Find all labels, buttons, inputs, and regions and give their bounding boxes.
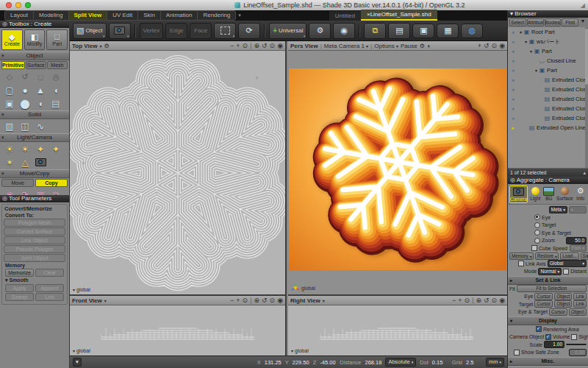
duplicate-button[interactable]: ⧉: [364, 23, 386, 39]
top-view-menu-icon[interactable]: ▾: [99, 43, 101, 49]
smooth-sweep-button[interactable]: Sweep: [5, 293, 34, 301]
radio-zoom[interactable]: [534, 238, 540, 244]
memorize-button[interactable]: Memorize: [5, 269, 34, 277]
workspace-tab-modeling[interactable]: Modeling: [34, 11, 68, 20]
save-button[interactable]: Save...: [581, 252, 588, 260]
aggregate-tab-info[interactable]: ⚙Info: [575, 185, 587, 202]
volume-checkbox[interactable]: [545, 334, 551, 340]
solid-union-icon[interactable]: ▨: [2, 120, 17, 132]
face-mode-button[interactable]: Face: [190, 23, 212, 39]
zoom-in-button[interactable]: +: [458, 297, 462, 304]
distant-checkbox[interactable]: [563, 269, 569, 275]
edge-mode-button[interactable]: Edge: [165, 23, 187, 39]
show-safe-zone-checkbox[interactable]: [514, 350, 520, 355]
zoom-out-button[interactable]: −: [230, 42, 234, 49]
scale-field[interactable]: 1.00: [544, 341, 564, 348]
move-copy-section-header[interactable]: ▾Move/Copy: [0, 169, 69, 178]
coord-mode-dropdown[interactable]: Absolute▾: [385, 358, 416, 367]
orbit-button[interactable]: ↺: [262, 42, 268, 49]
browser-filter-icon[interactable]: ▼: [579, 18, 587, 26]
clear-button[interactable]: Clear: [35, 269, 64, 277]
pan-button[interactable]: ⊕: [254, 42, 260, 49]
comment-button[interactable]: ◖: [427, 43, 431, 49]
solid-intersect-icon[interactable]: ∿: [33, 120, 48, 132]
zoom-tool-button[interactable]: ⊙: [270, 297, 276, 304]
pan-button[interactable]: +: [478, 42, 481, 49]
restore-button[interactable]: Restore ◂: [535, 252, 559, 260]
tree-item[interactable]: ●▾▣wsパート: [508, 37, 588, 46]
cylinder-icon[interactable]: ⬤: [18, 97, 32, 110]
front-view-menu-icon[interactable]: ▾: [104, 298, 107, 303]
ellipse-icon[interactable]: ◖: [33, 97, 48, 110]
top-view-canvas[interactable]: + + ▾global: [70, 51, 285, 294]
workspace-tab-uv-edit[interactable]: UV Edit: [107, 11, 138, 20]
browser-tab-find[interactable]: Find: [562, 18, 578, 26]
cone-icon[interactable]: ▲: [33, 84, 48, 96]
target-object-button[interactable]: Object: [554, 300, 572, 308]
browser-tab-select[interactable]: Select: [509, 18, 526, 26]
tree-item[interactable]: ▸▤Extruded Open Line: [508, 123, 588, 132]
convert-polygon-mesh-button[interactable]: Polygon Mesh: [4, 219, 65, 227]
collapse-icon[interactable]: ▴: [583, 169, 586, 177]
top-view-axis-label[interactable]: ▾global: [73, 287, 90, 292]
eye-target-cursor-button[interactable]: Cursor: [549, 308, 567, 316]
world-button[interactable]: ◍: [461, 24, 483, 38]
browser-tab-boolean[interactable]: Boolean: [545, 18, 562, 26]
refresh-button[interactable]: ⚙: [420, 43, 425, 49]
hemisphere-icon[interactable]: ◖: [49, 84, 63, 96]
render-flag-icon[interactable]: ●: [508, 87, 518, 92]
cube-speed-dropdown[interactable]: Fast▾: [570, 244, 587, 252]
tool-options-button[interactable]: ⚙: [309, 23, 331, 39]
top-view-label[interactable]: Top View: [72, 43, 97, 49]
zoom-tool-button[interactable]: ⊙: [492, 297, 498, 304]
modify-mode-button[interactable]: ◧Modify: [24, 29, 46, 50]
target-link-button[interactable]: Link: [573, 300, 587, 308]
tree-item[interactable]: ●▤Extruded Closed: [508, 75, 588, 85]
ambient-light-icon[interactable]: △: [18, 156, 32, 169]
eye-link-button[interactable]: Link: [573, 293, 587, 300]
safe-zone-field[interactable]: 0.90: [569, 349, 587, 356]
rendering-area-checkbox[interactable]: [536, 326, 542, 332]
close-window-button[interactable]: [6, 2, 12, 8]
radio-target[interactable]: [534, 222, 540, 228]
workspace-tab-skin[interactable]: Skin: [138, 11, 161, 20]
right-view-menu-icon[interactable]: ▾: [323, 298, 325, 303]
zoom-in-button[interactable]: +: [236, 42, 240, 49]
rounded-box-icon[interactable]: ▢: [2, 84, 17, 96]
tab-primitive[interactable]: Primitive: [1, 61, 25, 69]
view-options-button[interactable]: ◉: [277, 42, 283, 49]
rotate-view-button[interactable]: ⟳: [238, 23, 260, 39]
eye-object-button[interactable]: Object: [554, 293, 572, 300]
cube-icon[interactable]: ▣: [2, 97, 17, 110]
rotate-tool-icon[interactable]: ↺: [18, 71, 32, 83]
camera-tool-button[interactable]: ▾: [109, 23, 131, 39]
meta-sub-dropdown[interactable]: ▾: [569, 206, 587, 213]
display-section[interactable]: ▾Display: [508, 316, 588, 325]
top-view-gear-icon[interactable]: ⚙: [104, 43, 109, 49]
link-axis-checkbox[interactable]: [518, 261, 524, 266]
rect-tool-icon[interactable]: □: [33, 71, 48, 83]
render-flag-icon[interactable]: ●: [508, 29, 518, 35]
eye-target-object-button[interactable]: Object: [569, 308, 587, 316]
tool-parameters-header[interactable]: ◎ Tool Parameters: [0, 195, 69, 202]
pivot-button[interactable]: ◉: [333, 23, 355, 39]
sphere-icon[interactable]: ●: [18, 84, 32, 96]
target-cursor-button[interactable]: Cursor: [534, 300, 553, 308]
render-flag-icon[interactable]: ●: [508, 116, 518, 121]
sight-checkbox[interactable]: [571, 334, 577, 340]
cube-speed-checkbox[interactable]: [531, 245, 537, 251]
scale-slider[interactable]: [566, 344, 587, 345]
solid-section-header[interactable]: ▾Solid: [0, 110, 69, 119]
convert-joint-object-button[interactable]: Joint Object: [4, 254, 65, 262]
mode-dropdown[interactable]: Normal▾: [538, 268, 562, 275]
tab-mesh[interactable]: Mesh: [47, 61, 68, 69]
memory-button[interactable]: Memory ◂: [509, 252, 534, 260]
aggregate-tab-bg[interactable]: BG: [543, 185, 555, 202]
smooth-link-button[interactable]: Link: [35, 293, 64, 301]
doc-tab-untitled[interactable]: Untitled: [329, 11, 361, 21]
spot-light-icon[interactable]: ✶: [18, 143, 32, 155]
light-camera-section-header[interactable]: ▾Light/Camera: [0, 133, 69, 142]
zoom-out-button[interactable]: −: [452, 297, 456, 304]
distant-light-icon[interactable]: ✦: [33, 143, 48, 155]
point-light-icon[interactable]: ☀: [2, 143, 17, 155]
